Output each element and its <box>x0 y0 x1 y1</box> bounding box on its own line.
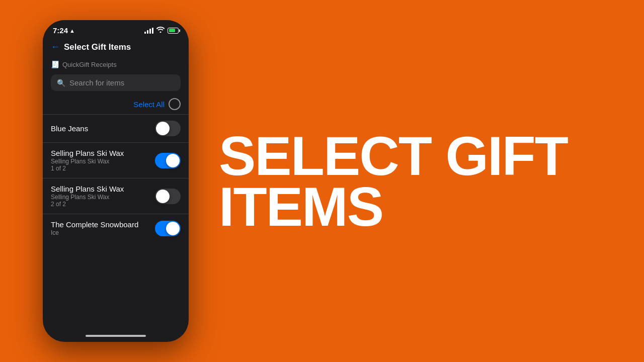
item-count: 2 of 2 <box>51 201 124 208</box>
hero-text: SELECT GIFT ITEMS <box>219 130 568 232</box>
location-arrow-icon: ▲ <box>69 28 75 34</box>
phone-mockup: 7:24 ▲ ← Select Gift Items 🧾 QuickGift R… <box>43 20 189 342</box>
list-item[interactable]: Selling Plans Ski Wax Selling Plans Ski … <box>43 178 189 214</box>
item-subtitle: Ice <box>51 229 138 236</box>
receipt-label-text: QuickGift Receipts <box>62 61 117 68</box>
item-toggle[interactable] <box>155 121 181 136</box>
hero-line1: SELECT GIFT <box>219 130 568 181</box>
item-info: Blue Jeans <box>51 124 88 133</box>
wifi-icon <box>156 27 165 34</box>
item-toggle[interactable] <box>155 221 181 236</box>
select-all-button[interactable]: Select All <box>133 100 165 109</box>
item-name: Selling Plans Ski Wax <box>51 149 124 157</box>
items-list: Blue Jeans Selling Plans Ski Wax Selling… <box>43 114 189 331</box>
item-subtitle: Selling Plans Ski Wax <box>51 194 124 201</box>
home-bar <box>86 335 146 337</box>
page-title: Select Gift Items <box>64 42 131 52</box>
item-toggle[interactable] <box>155 189 181 204</box>
hero-line2: ITEMS <box>219 181 568 232</box>
item-subtitle: Selling Plans Ski Wax <box>51 158 124 165</box>
time-display: 7:24 <box>53 26 68 35</box>
list-item[interactable]: Selling Plans Ski Wax Selling Plans Ski … <box>43 142 189 178</box>
item-count: 1 of 2 <box>51 165 124 172</box>
item-info: Selling Plans Ski Wax Selling Plans Ski … <box>51 185 124 208</box>
signal-icon <box>144 28 153 34</box>
item-name: The Complete Snowboard <box>51 220 138 229</box>
list-item[interactable]: Blue Jeans <box>43 114 189 142</box>
search-input[interactable]: Search for items <box>69 78 124 87</box>
app-header: ← Select Gift Items <box>43 38 189 57</box>
select-all-row[interactable]: Select All <box>43 96 189 114</box>
item-name: Blue Jeans <box>51 124 88 133</box>
battery-icon <box>168 28 179 34</box>
status-time: 7:24 ▲ <box>53 26 75 35</box>
select-all-circle-icon[interactable] <box>169 98 181 110</box>
item-toggle[interactable] <box>155 153 181 168</box>
back-button[interactable]: ← <box>51 42 60 52</box>
item-info: Selling Plans Ski Wax Selling Plans Ski … <box>51 149 124 172</box>
hero-text-container: SELECT GIFT ITEMS <box>189 130 644 232</box>
status-icons <box>144 27 179 34</box>
search-box[interactable]: 🔍 Search for items <box>51 74 181 91</box>
status-bar: 7:24 ▲ <box>43 20 189 38</box>
list-item[interactable]: The Complete Snowboard Ice <box>43 214 189 242</box>
receipt-icon: 🧾 <box>51 60 59 68</box>
search-icon: 🔍 <box>57 79 65 87</box>
search-container: 🔍 Search for items <box>43 71 189 96</box>
item-name: Selling Plans Ski Wax <box>51 185 124 193</box>
home-indicator <box>43 331 189 342</box>
item-info: The Complete Snowboard Ice <box>51 220 138 236</box>
receipt-label-row: 🧾 QuickGift Receipts <box>43 57 189 71</box>
